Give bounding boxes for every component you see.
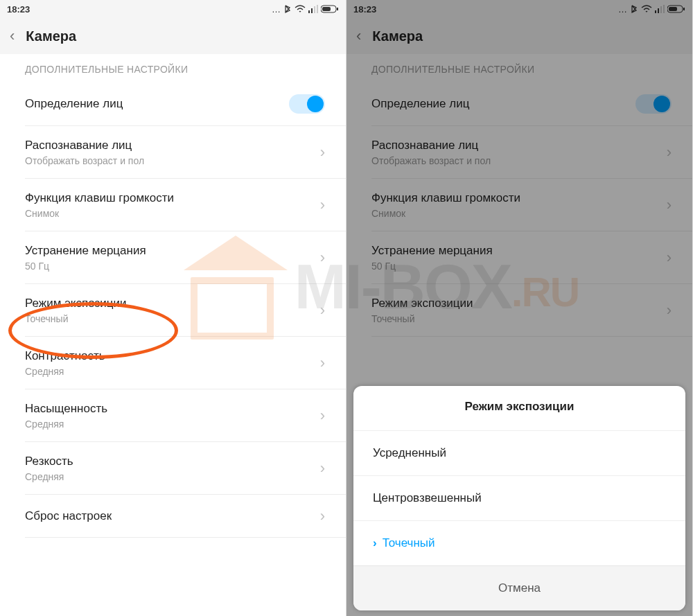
svg-rect-5	[337, 8, 338, 10]
row-title: Насыщенность	[25, 402, 107, 416]
more-icon: …	[272, 4, 281, 15]
row-sub: Средняя	[25, 366, 105, 377]
chevron-right-icon: ›	[320, 301, 325, 319]
row-sub: Средняя	[25, 471, 73, 482]
header: ‹ Камера	[0, 18, 346, 54]
row-sharpness[interactable]: Резкость Средняя ›	[0, 442, 346, 495]
row-sub: Снимок	[25, 208, 174, 219]
chevron-right-icon: ›	[320, 249, 325, 267]
row-title: Резкость	[25, 455, 73, 468]
row-title: Режим экспозиции	[25, 297, 126, 310]
sheet-cancel-button[interactable]: Отмена	[353, 565, 685, 610]
chevron-right-icon: ›	[320, 143, 325, 161]
row-sub: Отображать возраст и пол	[25, 155, 144, 166]
row-exposure[interactable]: Режим экспозиции Точечный ›	[0, 284, 346, 337]
chevron-right-icon: ›	[320, 354, 325, 372]
chevron-right-icon: ›	[320, 459, 325, 477]
chevron-right-icon: ›	[320, 196, 325, 214]
chevron-right-icon: ›	[320, 407, 325, 425]
toggle-face-detect[interactable]	[289, 94, 325, 114]
selected-chevron-icon: ›	[373, 536, 377, 550]
chevron-right-icon: ›	[320, 507, 325, 525]
row-title: Сброс настроек	[25, 509, 112, 523]
back-button[interactable]: ‹	[10, 28, 15, 44]
row-volume-keys[interactable]: Функция клавиш громкости Снимок ›	[0, 179, 346, 231]
left-screenshot: 18:23 … ‹ Камера ДОПОЛНИТЕЛЬНЫЕ НАСТРОЙК…	[0, 0, 346, 616]
status-bar: 18:23 …	[0, 0, 346, 18]
option-label: Усредненный	[373, 446, 446, 460]
signal-icon	[308, 5, 318, 13]
option-label: Центровзвешенный	[373, 491, 482, 505]
bluetooth-icon	[283, 4, 292, 14]
sheet-option-spot[interactable]: › Точечный	[353, 520, 685, 565]
settings-list: Определение лиц Распознавание лиц Отобра…	[0, 82, 346, 538]
sheet-title: Режим экспозиции	[353, 386, 685, 430]
wifi-icon	[295, 5, 306, 13]
row-sub: Средняя	[25, 419, 107, 430]
row-saturation[interactable]: Насыщенность Средняя ›	[0, 389, 346, 442]
row-face-detect[interactable]: Определение лиц	[0, 82, 346, 126]
svg-rect-2	[314, 6, 315, 13]
status-time: 18:23	[7, 4, 30, 15]
row-sub: Точечный	[25, 313, 126, 324]
row-reset[interactable]: Сброс настроек ›	[0, 495, 346, 538]
row-title: Распознавание лиц	[25, 139, 144, 152]
svg-rect-0	[308, 10, 310, 13]
right-screenshot: 18:23 … ‹ Камера ДОПОЛНИТЕЛЬНЫЕ НАСТРОЙК…	[346, 0, 693, 616]
option-label: Точечный	[383, 536, 435, 550]
row-title: Функция клавиш громкости	[25, 191, 174, 205]
row-title: Контрастность	[25, 349, 105, 363]
section-header: ДОПОЛНИТЕЛЬНЫЕ НАСТРОЙКИ	[0, 54, 346, 82]
svg-rect-1	[311, 8, 313, 13]
sheet-option-center[interactable]: Центровзвешенный	[353, 475, 685, 520]
exposure-sheet: Режим экспозиции Усредненный Центровзвеш…	[353, 386, 685, 610]
page-title: Камера	[26, 28, 76, 44]
svg-rect-6	[322, 7, 331, 11]
row-face-recog[interactable]: Распознавание лиц Отображать возраст и п…	[0, 126, 346, 179]
sheet-option-averaged[interactable]: Усредненный	[353, 430, 685, 475]
row-title: Устранение мерцания	[25, 244, 146, 258]
battery-icon	[321, 5, 339, 13]
row-title: Определение лиц	[25, 97, 123, 111]
svg-rect-3	[317, 5, 318, 13]
row-contrast[interactable]: Контрастность Средняя ›	[0, 337, 346, 389]
row-sub: 50 Гц	[25, 261, 146, 272]
row-antiflicker[interactable]: Устранение мерцания 50 Гц ›	[0, 231, 346, 284]
